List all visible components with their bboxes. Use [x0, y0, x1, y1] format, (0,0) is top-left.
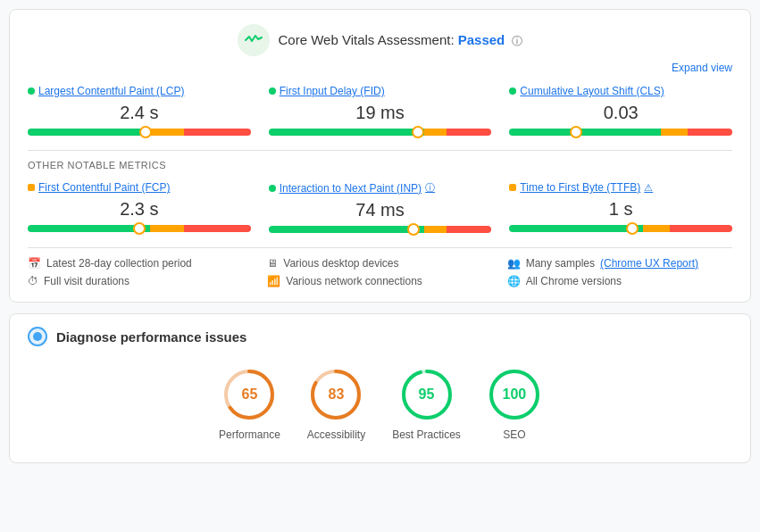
- desktop-icon: 🖥: [267, 257, 278, 270]
- network-icon: 📶: [267, 275, 280, 287]
- chrome-icon: 🌐: [507, 275, 521, 287]
- score-circle-seo: 100: [488, 368, 541, 421]
- ttfb-dot: [509, 184, 516, 191]
- users-icon: 👥: [507, 257, 521, 270]
- inp-label[interactable]: Interaction to Next Paint (INP) ⓘ: [269, 181, 492, 195]
- cls-label[interactable]: Cumulative Layout Shift (CLS): [509, 85, 732, 97]
- info-col-2: 🖥 Various desktop devices 📶 Various netw…: [267, 257, 492, 287]
- info-collection-period: 📅 Latest 28-day collection period: [28, 257, 253, 270]
- score-circle-best-practices: 95: [400, 368, 454, 421]
- info-network: 📶 Various network connections: [267, 275, 492, 287]
- info-samples: 👥 Many samples (Chrome UX Report): [507, 257, 732, 270]
- lcp-label[interactable]: Largest Contentful Paint (LCP): [28, 85, 251, 97]
- inp-bar: [269, 226, 492, 233]
- ttfb-label[interactable]: Time to First Byte (TTFB) ⚠: [509, 181, 732, 194]
- ttfb-metric: Time to First Byte (TTFB) ⚠ 1 s: [509, 181, 732, 237]
- lcp-value: 2.4 s: [28, 103, 251, 123]
- other-metrics-row: First Contentful Paint (FCP) 2.3 s: [28, 181, 732, 237]
- score-value-performance: 65: [242, 387, 258, 403]
- scores-row: 65 Performance 83 Accessibility: [28, 359, 732, 450]
- score-accessibility: 83 Accessibility: [307, 368, 365, 441]
- cwv-header: Core Web Vitals Assessment: Passed ⓘ: [28, 24, 732, 56]
- fid-dot: [269, 87, 276, 95]
- cwv-icon: [238, 24, 270, 56]
- timer-icon: ⏱: [28, 275, 38, 287]
- cls-bar: [509, 129, 732, 136]
- score-value-accessibility: 83: [329, 387, 345, 403]
- score-circle-accessibility: 83: [309, 368, 363, 421]
- diagnose-icon: [28, 327, 47, 346]
- score-seo: 100 SEO: [488, 368, 541, 441]
- fcp-dot: [28, 184, 35, 191]
- lcp-metric: Largest Contentful Paint (LCP) 2.4 s: [28, 85, 251, 139]
- score-performance: 65 Performance: [219, 368, 280, 441]
- diagnose-card: Diagnose performance issues 65 Performan…: [9, 313, 751, 463]
- score-label-seo: SEO: [503, 428, 525, 441]
- fcp-metric: First Contentful Paint (FCP) 2.3 s: [28, 181, 251, 237]
- cwv-card: Core Web Vitals Assessment: Passed ⓘ Exp…: [9, 9, 751, 303]
- fid-metric: First Input Delay (FID) 19 ms: [269, 85, 492, 139]
- lcp-bar: [28, 129, 251, 136]
- fcp-label[interactable]: First Contentful Paint (FCP): [28, 181, 251, 194]
- ttfb-warning-icon: ⚠: [644, 182, 653, 194]
- inp-metric: Interaction to Next Paint (INP) ⓘ 74 ms: [269, 181, 492, 237]
- info-full-visit: ⏱ Full visit durations: [28, 275, 253, 287]
- fid-bar: [269, 129, 492, 136]
- cls-metric: Cumulative Layout Shift (CLS) 0.03: [509, 85, 732, 139]
- info-chrome-versions: 🌐 All Chrome versions: [507, 275, 732, 287]
- diagnose-title: Diagnose performance issues: [56, 329, 246, 345]
- score-circle-performance: 65: [222, 368, 276, 421]
- ttfb-bar: [509, 225, 732, 232]
- expand-view-button[interactable]: Expand view: [28, 62, 732, 74]
- fid-label[interactable]: First Input Delay (FID): [269, 85, 492, 97]
- inp-value: 74 ms: [269, 200, 492, 220]
- score-best-practices: 95 Best Practices: [392, 368, 461, 441]
- fcp-value: 2.3 s: [28, 199, 251, 220]
- chrome-ux-report-link[interactable]: (Chrome UX Report): [600, 257, 698, 270]
- help-icon[interactable]: ⓘ: [512, 35, 522, 47]
- fcp-bar: [28, 225, 251, 232]
- score-value-best-practices: 95: [419, 387, 435, 403]
- ttfb-value: 1 s: [509, 199, 732, 220]
- lcp-dot: [28, 87, 35, 95]
- cls-value: 0.03: [509, 103, 732, 123]
- inp-info-icon[interactable]: ⓘ: [425, 181, 435, 195]
- score-label-accessibility: Accessibility: [307, 428, 365, 441]
- diagnose-header: Diagnose performance issues: [28, 327, 732, 346]
- info-col-3: 👥 Many samples (Chrome UX Report) 🌐 All …: [507, 257, 732, 287]
- info-desktop-devices: 🖥 Various desktop devices: [267, 257, 492, 270]
- cwv-title: Core Web Vitals Assessment: Passed ⓘ: [279, 32, 523, 49]
- cwv-status: Passed: [458, 32, 505, 47]
- cls-dot: [509, 87, 516, 95]
- inp-dot: [269, 185, 276, 192]
- info-col-1: 📅 Latest 28-day collection period ⏱ Full…: [28, 257, 253, 287]
- score-value-seo: 100: [503, 387, 527, 403]
- info-row: 📅 Latest 28-day collection period ⏱ Full…: [28, 247, 732, 287]
- fid-value: 19 ms: [269, 103, 492, 123]
- other-metrics-section: OTHER NOTABLE METRICS First Contentful P…: [28, 150, 732, 237]
- main-container: Core Web Vitals Assessment: Passed ⓘ Exp…: [0, 0, 760, 532]
- score-label-best-practices: Best Practices: [392, 428, 461, 441]
- score-label-performance: Performance: [219, 428, 280, 441]
- other-metrics-label: OTHER NOTABLE METRICS: [28, 160, 732, 170]
- cwv-metrics-row: Largest Contentful Paint (LCP) 2.4 s Fir…: [28, 85, 732, 139]
- calendar-icon: 📅: [28, 257, 41, 270]
